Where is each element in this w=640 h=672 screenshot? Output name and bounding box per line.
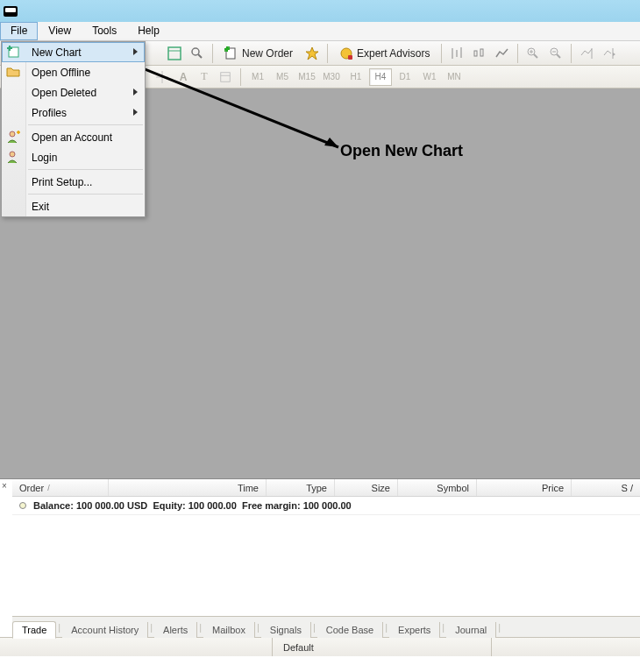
terminal-tab-alerts[interactable]: Alerts [154, 622, 197, 638]
freemargin-value: 100 000.00 [303, 500, 352, 511]
person-add-icon [6, 130, 20, 144]
balance-row[interactable]: Balance: 100 000.00 USD Equity: 100 000.… [12, 497, 640, 515]
svg-rect-14 [480, 49, 483, 56]
terminal-close-button[interactable]: × [2, 481, 7, 491]
terminal-tabs: Trade | Account History | Alerts | Mailb… [12, 616, 640, 637]
col-type[interactable]: Type [267, 479, 335, 496]
menu-item-label: Login [32, 152, 57, 164]
menu-item-open-account[interactable]: Open an Account [2, 127, 145, 147]
svg-rect-5 [228, 46, 230, 48]
terminal-tab-code-base[interactable]: Code Base [317, 622, 383, 638]
balance-value: 100 000.00 USD [76, 500, 147, 511]
submenu-arrow-icon [133, 109, 138, 116]
new-chart-icon [6, 45, 20, 59]
menu-item-profiles[interactable]: Profiles [2, 103, 145, 123]
terminal-body [12, 515, 640, 596]
candle-chart-icon[interactable] [470, 44, 489, 63]
freemargin-label: Free margin: [242, 500, 301, 511]
terminal-tab-journal[interactable]: Journal [446, 622, 496, 638]
menu-item-new-chart[interactable]: New Chart [2, 42, 145, 62]
menu-item-label: Open an Account [32, 131, 112, 144]
menu-item-label: Exit [32, 201, 49, 213]
terminal-tab-signals[interactable]: Signals [261, 622, 311, 638]
menu-item-label: Print Setup... [32, 176, 92, 188]
title-bar [0, 0, 640, 22]
svg-line-18 [534, 54, 537, 58]
menu-file[interactable]: File [0, 22, 38, 40]
balance-label: Balance: [33, 500, 74, 511]
svg-rect-13 [474, 51, 477, 56]
menu-view[interactable]: View [38, 22, 82, 40]
menu-item-label: New Chart [32, 46, 82, 59]
terminal-tab-trade[interactable]: Trade [12, 621, 56, 639]
svg-marker-33 [324, 138, 338, 147]
menu-item-label: Profiles [32, 107, 67, 119]
menu-item-login[interactable]: Login [2, 147, 145, 167]
expert-advisors-label: Expert Advisors [357, 47, 430, 60]
status-empty [491, 638, 640, 656]
terminal-table-header: Order/ Time Type Size Symbol Price S / [12, 479, 640, 497]
menu-tools[interactable]: Tools [82, 22, 127, 40]
annotation-label: Open New Chart [340, 142, 463, 160]
menu-item-exit[interactable]: Exit [2, 196, 145, 216]
equity-label: Equity: [153, 500, 185, 511]
svg-line-21 [557, 54, 560, 58]
balance-dot-icon [19, 502, 26, 509]
equity-value: 100 000.00 [188, 500, 237, 511]
submenu-arrow-icon [133, 48, 138, 55]
menu-item-print-setup[interactable]: Print Setup... [2, 172, 145, 192]
chart-shift-icon[interactable] [600, 44, 619, 63]
col-order[interactable]: Order/ [12, 479, 109, 496]
menu-item-open-offline[interactable]: Open Offline [2, 62, 145, 82]
timeframe-mn[interactable]: MN [443, 68, 466, 86]
line-chart-icon[interactable] [493, 44, 512, 63]
terminal-tab-experts[interactable]: Experts [389, 622, 440, 638]
zoom-in-icon[interactable] [523, 44, 543, 63]
col-time[interactable]: Time [109, 479, 267, 496]
menu-help[interactable]: Help [127, 22, 170, 40]
timeframe-h4[interactable]: H4 [369, 68, 392, 86]
terminal-tab-account-history[interactable]: Account History [62, 622, 148, 638]
app-icon [4, 6, 18, 17]
menu-item-label: Open Offline [32, 67, 90, 79]
svg-point-30 [10, 131, 15, 137]
svg-marker-24 [613, 53, 615, 56]
col-size[interactable]: Size [335, 479, 398, 496]
status-bar: Default [0, 637, 640, 656]
auto-scroll-icon[interactable] [577, 44, 596, 63]
zoom-out-icon[interactable] [546, 44, 565, 63]
svg-point-31 [10, 152, 15, 157]
col-sl[interactable]: S / [572, 479, 640, 496]
menu-item-open-deleted[interactable]: Open Deleted [2, 82, 145, 103]
menu-item-label: Open Deleted [32, 87, 96, 99]
col-symbol[interactable]: Symbol [398, 479, 477, 496]
menu-bar: File View Tools Help [0, 22, 640, 41]
col-price[interactable]: Price [477, 479, 572, 496]
submenu-arrow-icon [133, 88, 138, 95]
terminal-tab-mailbox[interactable]: Mailbox [203, 622, 255, 638]
timeframe-w1[interactable]: W1 [418, 68, 441, 86]
folder-open-icon [6, 65, 20, 79]
bar-chart-icon[interactable] [447, 44, 466, 63]
status-profile[interactable]: Default [272, 638, 491, 656]
timeframe-d1[interactable]: D1 [394, 68, 416, 86]
person-login-icon [6, 150, 20, 164]
terminal-panel: × Terminal Order/ Time Type Size Symbol … [0, 478, 640, 637]
file-dropdown-menu: New Chart Open Offline Open Deleted Prof… [1, 41, 146, 217]
